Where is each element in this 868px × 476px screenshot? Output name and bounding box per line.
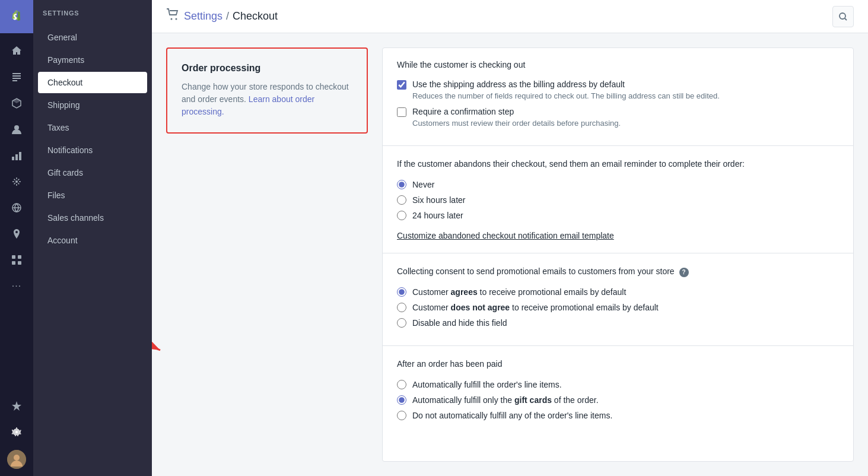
svg-rect-1: [12, 75, 21, 77]
settings-icon[interactable]: [0, 419, 33, 445]
breadcrumb-settings-link[interactable]: Settings: [184, 10, 222, 23]
abandoned-checkout-section: If the customer abandons their checkout,…: [383, 146, 853, 253]
twenty-four-hours-label[interactable]: 24 hours later: [412, 211, 463, 220]
left-panel: Order processing Change how your store r…: [166, 47, 368, 462]
sidebar: SETTINGS General Payments Checkout Shipp…: [33, 0, 152, 476]
sidebar-item-shipping[interactable]: Shipping: [38, 94, 147, 116]
auto-fulfill-all-row: Automatically fulfill the order's line i…: [397, 380, 839, 389]
content-area: Order processing Change how your store r…: [152, 33, 868, 476]
svg-point-4: [14, 125, 19, 130]
sidebar-item-payments[interactable]: Payments: [38, 49, 147, 71]
twenty-four-hours-radio-row: 24 hours later: [397, 211, 839, 220]
disable-field-label[interactable]: Disable and hide this field: [412, 318, 507, 328]
agrees-radio[interactable]: [397, 287, 406, 297]
agrees-radio-row: Customer agrees to receive promotional e…: [397, 287, 839, 297]
sidebar-item-files[interactable]: Files: [38, 185, 147, 206]
require-confirmation-sublabel: Customers must review their order detail…: [412, 118, 621, 129]
location-icon[interactable]: [0, 221, 33, 247]
topbar: Settings / Checkout: [152, 0, 868, 33]
products-icon[interactable]: [0, 90, 33, 116]
customize-template-link[interactable]: Customize abandoned checkout notificatio…: [397, 231, 614, 240]
apps-icon[interactable]: [0, 393, 33, 419]
svg-rect-11: [18, 255, 21, 259]
shopify-logo[interactable]: [0, 0, 33, 33]
channels-icon[interactable]: [0, 247, 33, 273]
require-confirmation-checkbox[interactable]: [397, 107, 406, 117]
card-description: Change how your store responds to checko…: [182, 81, 352, 118]
sidebar-item-taxes[interactable]: Taxes: [38, 117, 147, 138]
analytics-icon[interactable]: [0, 142, 33, 169]
sidebar-item-checkout[interactable]: Checkout: [38, 72, 147, 93]
more-icon[interactable]: ···: [0, 273, 33, 299]
auto-fulfill-gift-radio[interactable]: [397, 395, 406, 405]
cart-icon: [166, 8, 179, 24]
does-not-agree-radio[interactable]: [397, 303, 406, 312]
do-not-fulfill-label[interactable]: Do not automatically fulfill any of the …: [412, 411, 612, 420]
require-confirmation-row: Require a confirmation step Customers mu…: [397, 106, 839, 129]
card-title: Order processing: [182, 63, 352, 74]
sidebar-header: SETTINGS: [33, 0, 152, 26]
twenty-four-hours-radio[interactable]: [397, 211, 406, 220]
disable-field-radio-row: Disable and hide this field: [397, 318, 839, 328]
arrow-indicator: [152, 335, 368, 367]
svg-rect-12: [12, 261, 15, 265]
home-icon[interactable]: [0, 38, 33, 64]
help-icon[interactable]: ?: [679, 268, 689, 277]
auto-fulfill-gift-label[interactable]: Automatically fulfill only the gift card…: [412, 395, 599, 405]
require-confirmation-label[interactable]: Require a confirmation step: [412, 107, 514, 116]
agrees-label[interactable]: Customer agrees to receive promotional e…: [412, 287, 626, 297]
never-radio-row: Never: [397, 180, 839, 189]
do-not-fulfill-radio[interactable]: [397, 411, 406, 420]
sidebar-item-sales-channels[interactable]: Sales channels: [38, 207, 147, 229]
svg-rect-2: [12, 78, 21, 79]
svg-rect-3: [12, 80, 17, 81]
sidebar-item-gift-cards[interactable]: Gift cards: [38, 162, 147, 183]
icon-rail-bottom: [0, 393, 33, 476]
order-processing-card: Order processing Change how your store r…: [166, 47, 368, 134]
does-not-agree-label[interactable]: Customer does not agree to receive promo…: [412, 303, 659, 312]
while-checking-out-heading: While the customer is checking out: [397, 60, 839, 69]
disable-field-radio[interactable]: [397, 318, 406, 328]
svg-rect-0: [12, 73, 21, 74]
use-shipping-label[interactable]: Use the shipping address as the billing …: [412, 80, 625, 89]
breadcrumb-current: Checkout: [233, 10, 278, 23]
never-radio[interactable]: [397, 180, 406, 189]
icon-rail: ···: [0, 0, 33, 476]
auto-fulfill-all-label[interactable]: Automatically fulfill the order's line i…: [412, 380, 562, 389]
sidebar-item-notifications[interactable]: Notifications: [38, 139, 147, 161]
svg-point-15: [14, 455, 20, 461]
after-order-paid-heading: After an order has been paid: [397, 358, 839, 370]
use-shipping-billing-row: Use the shipping address as the billing …: [397, 79, 839, 101]
promotional-emails-section: Collecting consent to send promotional e…: [383, 253, 853, 346]
use-shipping-checkbox[interactable]: [397, 80, 406, 90]
svg-point-18: [840, 13, 845, 19]
svg-rect-6: [15, 154, 18, 160]
sidebar-item-account[interactable]: Account: [38, 230, 147, 251]
user-avatar[interactable]: [7, 450, 26, 469]
svg-rect-13: [18, 261, 21, 265]
while-checking-out-section: While the customer is checking out Use t…: [383, 48, 853, 146]
svg-point-16: [171, 18, 173, 20]
do-not-fulfill-row: Do not automatically fulfill any of the …: [397, 411, 839, 420]
orders-icon[interactable]: [0, 64, 33, 90]
svg-rect-10: [12, 255, 15, 259]
sidebar-item-general[interactable]: General: [38, 27, 147, 48]
after-order-paid-section: After an order has been paid Automatical…: [383, 346, 853, 438]
customers-icon[interactable]: [0, 116, 33, 142]
globe-icon[interactable]: [0, 195, 33, 221]
promotional-emails-heading: Collecting consent to send promotional e…: [397, 265, 839, 278]
six-hours-radio-row: Six hours later: [397, 195, 839, 205]
auto-fulfill-gift-row: Automatically fulfill only the gift card…: [397, 395, 839, 405]
avatar-container[interactable]: [7, 450, 26, 469]
never-label[interactable]: Never: [412, 180, 434, 189]
auto-fulfill-all-radio[interactable]: [397, 380, 406, 389]
svg-rect-5: [12, 157, 14, 160]
six-hours-radio[interactable]: [397, 195, 406, 205]
svg-rect-7: [19, 152, 21, 160]
svg-point-17: [176, 18, 177, 20]
use-shipping-sublabel: Reduces the number of fields required to…: [412, 91, 720, 101]
six-hours-label[interactable]: Six hours later: [412, 195, 465, 205]
search-button[interactable]: [832, 6, 854, 27]
marketing-icon[interactable]: [0, 169, 33, 195]
right-panel: While the customer is checking out Use t…: [382, 47, 854, 462]
